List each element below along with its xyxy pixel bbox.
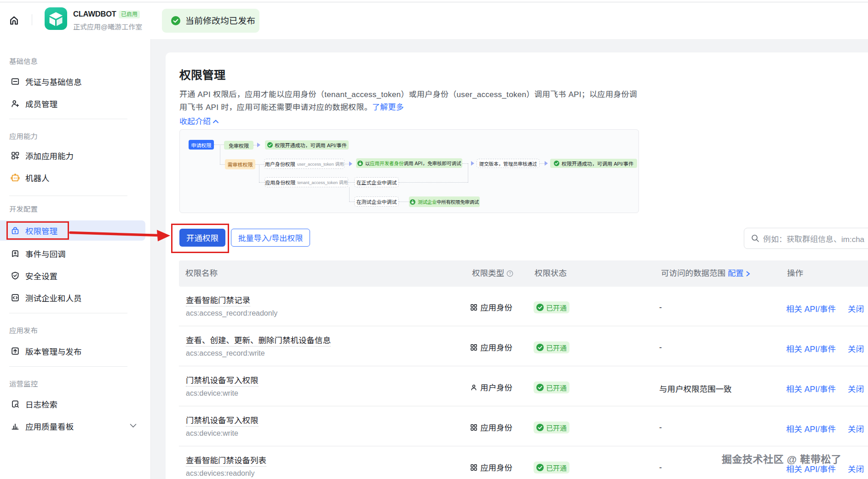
svg-text:?: ?	[509, 271, 511, 276]
